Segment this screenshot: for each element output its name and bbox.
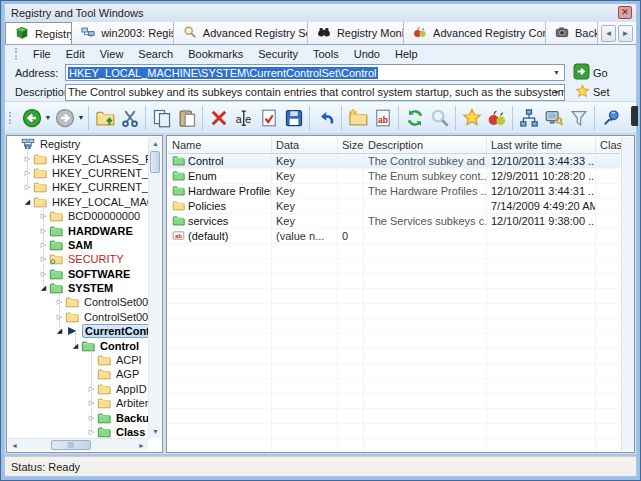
tree-item-agp[interactable]: AGP (8, 367, 148, 381)
tree-item-sam[interactable]: ▷SAM (8, 238, 148, 252)
last-write-cell: 7/14/2009 4:49:20 AM (487, 199, 596, 213)
save-icon[interactable] (281, 105, 306, 131)
tree-item-hkey-local-machine[interactable]: ◢HKEY_LOCAL_MACHINE (8, 195, 148, 209)
column-header-name[interactable]: Name (168, 137, 272, 153)
undo-icon[interactable] (313, 105, 338, 131)
tree-item-registry[interactable]: Registry (8, 137, 148, 151)
new-value-icon[interactable]: ab (370, 105, 395, 131)
tree-item-currentcontrolset[interactable]: ◢CurrentControlSet (8, 324, 148, 338)
tree-horizontal-scrollbar[interactable]: ◄ ▥ ► (8, 438, 148, 451)
new-key-icon[interactable] (345, 105, 370, 131)
address-input[interactable]: HKEY_LOCAL_MACHINE\SYSTEM\CurrentControl… (65, 64, 565, 81)
tree-item-hkey-current-user[interactable]: ▷HKEY_CURRENT_USER (8, 180, 148, 194)
list-row-policies[interactable]: PoliciesKey7/14/2009 4:49:20 AM (168, 199, 620, 214)
set-label: Set (593, 86, 610, 98)
scroll-right-icon[interactable]: ► (135, 439, 148, 452)
delete-icon[interactable] (206, 105, 231, 131)
tree-item-appid[interactable]: ▷AppID (8, 382, 148, 396)
dropdown-caret-icon[interactable]: ▼ (44, 114, 52, 121)
filter-icon[interactable] (566, 105, 591, 131)
column-header-data[interactable]: Data (272, 137, 338, 153)
tree-item-control[interactable]: ◢Control (8, 338, 148, 352)
connect-icon[interactable] (516, 105, 541, 131)
go-button[interactable]: Go (573, 63, 608, 82)
dropdown-caret-icon[interactable]: ▼ (77, 114, 85, 121)
pin-icon[interactable] (598, 105, 623, 131)
back-icon[interactable] (19, 105, 44, 131)
compare-icon[interactable] (484, 105, 509, 131)
tab-registry[interactable]: Registry (5, 22, 72, 44)
column-header-description[interactable]: Description (364, 137, 487, 153)
cut-icon[interactable] (117, 105, 142, 131)
description-input[interactable]: The Control subkey and its subkeys conta… (65, 84, 565, 101)
tab-backup[interactable]: Backup (546, 22, 598, 44)
list-vertical-scrollbar[interactable] (621, 137, 634, 451)
tab-win2003-registry[interactable]: win2003: Registry (72, 22, 174, 44)
tree-item-arbiters[interactable]: ▷Arbiters (8, 396, 148, 410)
up-one-level-icon[interactable] (92, 105, 117, 131)
copy-icon[interactable] (149, 105, 174, 131)
list-row-enum[interactable]: EnumKeyThe Enum subkey cont...12/9/2011 … (168, 169, 620, 184)
expanded-arrow-icon[interactable]: ◢ (22, 198, 33, 206)
menu-search[interactable]: Search (131, 47, 180, 61)
cell-text: 0 (342, 230, 348, 242)
favorites-icon[interactable] (459, 105, 484, 131)
description-dropdown-icon[interactable]: ▼ (550, 85, 563, 100)
forward-icon[interactable] (52, 105, 77, 131)
tree-item-class[interactable]: ▷Class (8, 425, 148, 438)
find-icon[interactable] (427, 105, 452, 131)
cell-text: 7/14/2009 4:49:20 AM (491, 200, 596, 212)
tree-item-hardware[interactable]: ▷HARDWARE (8, 223, 148, 237)
tree-item-system[interactable]: ◢SYSTEM (8, 281, 148, 295)
set-button[interactable]: Set (575, 84, 610, 101)
column-header-size[interactable]: Size (338, 137, 364, 153)
tree-item-security[interactable]: ▷SECURITY (8, 252, 148, 266)
rename-icon[interactable]: ae (231, 105, 256, 131)
tab-scroll-left-icon[interactable]: ◄ (601, 25, 616, 42)
list-row-services[interactable]: servicesKeyThe Services subkeys c...12/1… (168, 214, 620, 229)
list-row-control[interactable]: ControlKeyThe Control subkey and...12/10… (168, 154, 620, 169)
svg-text:a: a (235, 112, 241, 124)
scroll-up-icon[interactable]: ▲ (149, 137, 162, 150)
scroll-left-icon[interactable]: ◄ (8, 439, 21, 452)
tree-item-controlset001[interactable]: ▷ControlSet001 (8, 295, 148, 309)
toolbar-overflow-icon[interactable] (631, 106, 638, 126)
paste-icon[interactable] (174, 105, 199, 131)
empty-cell (596, 274, 620, 288)
tree-item-hkey-current-config[interactable]: ▷HKEY_CURRENT_CONFIG (8, 166, 148, 180)
tree-hscroll-thumb[interactable]: ▥ (51, 440, 91, 450)
tree-item-acpi[interactable]: ACPI (8, 353, 148, 367)
empty-cell (168, 319, 272, 333)
column-header-last-write-time[interactable]: Last write time (487, 137, 596, 153)
security-icon[interactable] (541, 105, 566, 131)
tree-item-controlset002[interactable]: ▷ControlSet002 (8, 310, 148, 324)
menu-view[interactable]: View (93, 47, 131, 61)
tree-item-label: ControlSet002 (82, 311, 148, 323)
tab-advanced-registry-search[interactable]: Advanced Registry Search (174, 22, 308, 44)
menu-help[interactable]: Help (388, 47, 425, 61)
tree-item-hkey-classes-root[interactable]: ▷HKEY_CLASSES_ROOT (8, 151, 148, 165)
tab-advanced-registry-compare[interactable]: Advanced Registry Compare (404, 22, 546, 44)
tab-label: Advanced Registry Compare (431, 27, 546, 39)
list-empty-row (168, 439, 620, 451)
tab-scroll-right-icon[interactable]: ► (618, 25, 633, 42)
menu-bookmarks[interactable]: Bookmarks (181, 47, 250, 61)
menu-file[interactable]: File (26, 47, 58, 61)
menu-edit[interactable]: Edit (59, 47, 92, 61)
list-row-default[interactable]: ab(default)(value n...0 (168, 229, 620, 244)
scroll-down-icon[interactable]: ▼ (149, 425, 162, 438)
menu-undo[interactable]: Undo (347, 47, 387, 61)
list-row-hardware-profiles[interactable]: Hardware ProfilesKeyThe Hardware Profile… (168, 184, 620, 199)
refresh-icon[interactable] (402, 105, 427, 131)
tree-item-software[interactable]: ▷SOFTWARE (8, 267, 148, 281)
address-dropdown-icon[interactable]: ▼ (550, 65, 563, 80)
tree-item-backup[interactable]: ▷Backup (8, 410, 148, 424)
apply-icon[interactable] (256, 105, 281, 131)
close-button[interactable]: ✕ (618, 6, 632, 19)
menu-security[interactable]: Security (251, 47, 305, 61)
tree-vertical-scrollbar[interactable]: ▲ ▼ (148, 137, 161, 438)
tree-item-bcd00000000[interactable]: ▷BCD00000000 (8, 209, 148, 223)
tree-vscroll-thumb[interactable] (150, 151, 160, 173)
tab-registry-monitor[interactable]: Registry Monitor (308, 22, 404, 44)
menu-tools[interactable]: Tools (306, 47, 346, 61)
